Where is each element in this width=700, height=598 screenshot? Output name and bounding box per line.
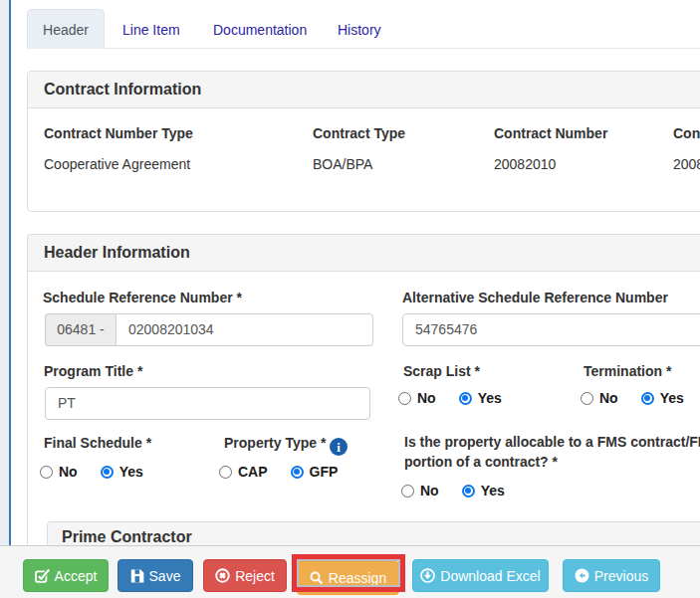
svg-text:i: i — [337, 440, 341, 455]
